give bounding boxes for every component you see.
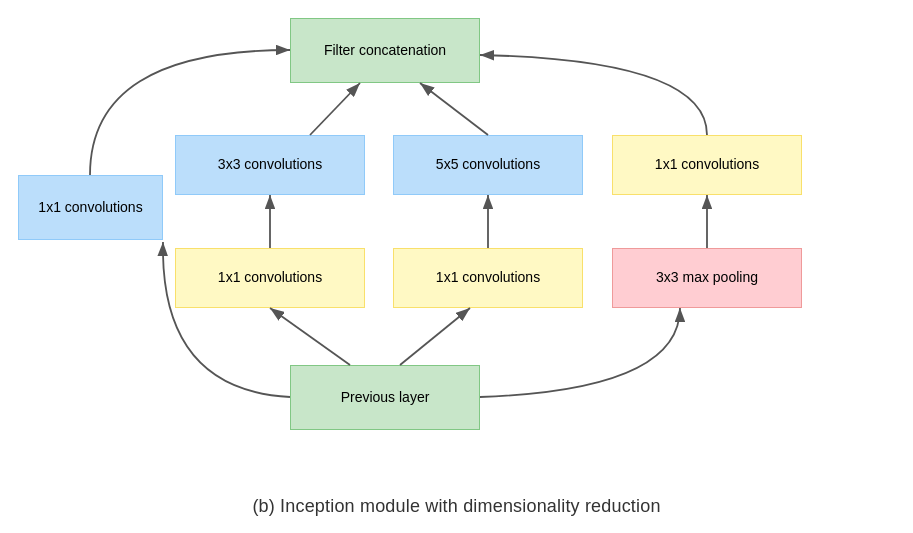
- conv-3x3-label: 3x3 convolutions: [218, 155, 322, 175]
- conv-5x5-box: 5x5 convolutions: [393, 135, 583, 195]
- conv-5x5-label: 5x5 convolutions: [436, 155, 540, 175]
- conv-3x3-box: 3x3 convolutions: [175, 135, 365, 195]
- prev-layer-label: Previous layer: [341, 388, 430, 408]
- filter-concat-box: Filter concatenation: [290, 18, 480, 83]
- conv-1x1-right-label: 1x1 convolutions: [655, 155, 759, 175]
- max-pool-box: 3x3 max pooling: [612, 248, 802, 308]
- reduce-3x3-box: 1x1 convolutions: [175, 248, 365, 308]
- conv-1x1-right-box: 1x1 convolutions: [612, 135, 802, 195]
- caption-text: (b) Inception module with dimensionality…: [252, 496, 660, 516]
- filter-concat-label: Filter concatenation: [324, 41, 446, 61]
- reduce-3x3-label: 1x1 convolutions: [218, 268, 322, 288]
- max-pool-label: 3x3 max pooling: [656, 268, 758, 288]
- conv-1x1-left-box: 1x1 convolutions: [18, 175, 163, 240]
- reduce-5x5-label: 1x1 convolutions: [436, 268, 540, 288]
- caption: (b) Inception module with dimensionality…: [0, 490, 913, 523]
- conv-1x1-left-label: 1x1 convolutions: [38, 198, 142, 218]
- prev-layer-box: Previous layer: [290, 365, 480, 430]
- reduce-5x5-box: 1x1 convolutions: [393, 248, 583, 308]
- diagram-container: Filter concatenation 3x3 convolutions 5x…: [0, 0, 913, 490]
